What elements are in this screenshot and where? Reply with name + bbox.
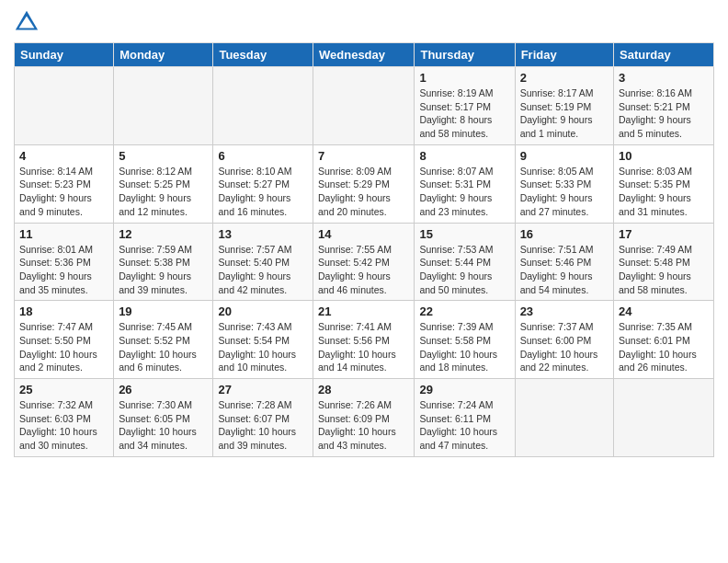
day-info: Sunrise: 8:17 AM Sunset: 5:19 PM Dayligh…: [520, 86, 609, 141]
day-number: 2: [520, 71, 609, 85]
column-header-monday: Monday: [114, 43, 213, 67]
day-number: 22: [419, 304, 509, 318]
day-number: 15: [419, 227, 509, 241]
day-number: 3: [619, 71, 709, 85]
day-cell: 13Sunrise: 7:57 AM Sunset: 5:40 PM Dayli…: [213, 223, 313, 301]
day-info: Sunrise: 7:24 AM Sunset: 6:11 PM Dayligh…: [419, 398, 509, 453]
day-number: 21: [318, 304, 409, 318]
day-number: 26: [119, 383, 208, 396]
day-info: Sunrise: 8:12 AM Sunset: 5:25 PM Dayligh…: [119, 165, 208, 219]
day-number: 6: [218, 149, 308, 163]
day-info: Sunrise: 7:32 AM Sunset: 6:03 PM Dayligh…: [19, 398, 108, 453]
day-cell: 4Sunrise: 8:14 AM Sunset: 5:23 PM Daylig…: [15, 144, 114, 223]
day-cell: 7Sunrise: 8:09 AM Sunset: 5:29 PM Daylig…: [313, 144, 415, 223]
day-cell: 22Sunrise: 7:39 AM Sunset: 5:58 PM Dayli…: [415, 301, 515, 379]
day-cell: [213, 67, 313, 145]
calendar-table: SundayMondayTuesdayWednesdayThursdayFrid…: [14, 42, 714, 457]
week-row-3: 11Sunrise: 8:01 AM Sunset: 5:36 PM Dayli…: [15, 223, 714, 301]
day-info: Sunrise: 7:55 AM Sunset: 5:42 PM Dayligh…: [318, 243, 409, 297]
day-number: 11: [19, 227, 108, 241]
logo-icon: [14, 9, 40, 35]
day-cell: 17Sunrise: 7:49 AM Sunset: 5:48 PM Dayli…: [614, 223, 714, 301]
week-row-4: 18Sunrise: 7:47 AM Sunset: 5:50 PM Dayli…: [15, 301, 714, 379]
day-info: Sunrise: 7:47 AM Sunset: 5:50 PM Dayligh…: [19, 320, 108, 374]
day-cell: 6Sunrise: 8:10 AM Sunset: 5:27 PM Daylig…: [213, 144, 313, 223]
day-info: Sunrise: 7:59 AM Sunset: 5:38 PM Dayligh…: [119, 243, 208, 297]
day-cell: 29Sunrise: 7:24 AM Sunset: 6:11 PM Dayli…: [415, 379, 515, 457]
column-header-friday: Friday: [515, 43, 613, 67]
day-cell: [114, 67, 213, 145]
day-info: Sunrise: 7:43 AM Sunset: 5:54 PM Dayligh…: [218, 320, 308, 374]
page-header: [14, 9, 714, 35]
day-cell: 5Sunrise: 8:12 AM Sunset: 5:25 PM Daylig…: [114, 144, 213, 223]
logo: [14, 9, 43, 35]
day-info: Sunrise: 8:19 AM Sunset: 5:17 PM Dayligh…: [419, 86, 509, 141]
day-number: 8: [419, 149, 509, 163]
week-row-1: 1Sunrise: 8:19 AM Sunset: 5:17 PM Daylig…: [15, 67, 714, 145]
day-info: Sunrise: 8:14 AM Sunset: 5:23 PM Dayligh…: [19, 165, 108, 219]
day-info: Sunrise: 8:16 AM Sunset: 5:21 PM Dayligh…: [619, 86, 709, 141]
day-number: 25: [19, 383, 108, 396]
day-info: Sunrise: 7:45 AM Sunset: 5:52 PM Dayligh…: [119, 320, 208, 374]
column-header-sunday: Sunday: [15, 43, 114, 67]
day-info: Sunrise: 7:49 AM Sunset: 5:48 PM Dayligh…: [619, 243, 709, 297]
day-cell: 19Sunrise: 7:45 AM Sunset: 5:52 PM Dayli…: [114, 301, 213, 379]
day-number: 29: [419, 383, 509, 396]
day-number: 9: [520, 149, 609, 163]
column-header-thursday: Thursday: [415, 43, 515, 67]
day-info: Sunrise: 7:51 AM Sunset: 5:46 PM Dayligh…: [520, 243, 609, 297]
day-number: 4: [19, 149, 108, 163]
day-cell: [515, 379, 613, 457]
day-cell: 11Sunrise: 8:01 AM Sunset: 5:36 PM Dayli…: [15, 223, 114, 301]
day-number: 14: [318, 227, 409, 241]
column-header-saturday: Saturday: [614, 43, 714, 67]
day-number: 7: [318, 149, 409, 163]
day-number: 10: [619, 149, 709, 163]
day-cell: 28Sunrise: 7:26 AM Sunset: 6:09 PM Dayli…: [313, 379, 415, 457]
day-number: 19: [119, 304, 208, 318]
day-cell: 2Sunrise: 8:17 AM Sunset: 5:19 PM Daylig…: [515, 67, 613, 145]
day-cell: 24Sunrise: 7:35 AM Sunset: 6:01 PM Dayli…: [614, 301, 714, 379]
day-number: 16: [520, 227, 609, 241]
day-cell: 26Sunrise: 7:30 AM Sunset: 6:05 PM Dayli…: [114, 379, 213, 457]
day-info: Sunrise: 8:01 AM Sunset: 5:36 PM Dayligh…: [19, 243, 108, 297]
day-info: Sunrise: 8:09 AM Sunset: 5:29 PM Dayligh…: [318, 165, 409, 219]
day-info: Sunrise: 7:57 AM Sunset: 5:40 PM Dayligh…: [218, 243, 308, 297]
day-info: Sunrise: 8:07 AM Sunset: 5:31 PM Dayligh…: [419, 165, 509, 219]
day-info: Sunrise: 7:41 AM Sunset: 5:56 PM Dayligh…: [318, 320, 409, 374]
column-header-wednesday: Wednesday: [313, 43, 415, 67]
day-info: Sunrise: 7:37 AM Sunset: 6:00 PM Dayligh…: [520, 320, 609, 374]
day-cell: [15, 67, 114, 145]
day-number: 13: [218, 227, 308, 241]
week-row-2: 4Sunrise: 8:14 AM Sunset: 5:23 PM Daylig…: [15, 144, 714, 223]
day-info: Sunrise: 8:10 AM Sunset: 5:27 PM Dayligh…: [218, 165, 308, 219]
day-number: 12: [119, 227, 208, 241]
calendar-header: SundayMondayTuesdayWednesdayThursdayFrid…: [15, 43, 714, 67]
day-info: Sunrise: 7:35 AM Sunset: 6:01 PM Dayligh…: [619, 320, 709, 374]
day-cell: [313, 67, 415, 145]
day-number: 24: [619, 304, 709, 318]
day-cell: 1Sunrise: 8:19 AM Sunset: 5:17 PM Daylig…: [415, 67, 515, 145]
day-info: Sunrise: 7:28 AM Sunset: 6:07 PM Dayligh…: [218, 398, 308, 453]
day-info: Sunrise: 7:26 AM Sunset: 6:09 PM Dayligh…: [318, 398, 409, 453]
day-cell: 16Sunrise: 7:51 AM Sunset: 5:46 PM Dayli…: [515, 223, 613, 301]
day-cell: [614, 379, 714, 457]
day-cell: 10Sunrise: 8:03 AM Sunset: 5:35 PM Dayli…: [614, 144, 714, 223]
day-cell: 14Sunrise: 7:55 AM Sunset: 5:42 PM Dayli…: [313, 223, 415, 301]
day-cell: 18Sunrise: 7:47 AM Sunset: 5:50 PM Dayli…: [15, 301, 114, 379]
day-info: Sunrise: 7:39 AM Sunset: 5:58 PM Dayligh…: [419, 320, 509, 374]
day-number: 17: [619, 227, 709, 241]
day-cell: 25Sunrise: 7:32 AM Sunset: 6:03 PM Dayli…: [15, 379, 114, 457]
day-number: 5: [119, 149, 208, 163]
day-cell: 27Sunrise: 7:28 AM Sunset: 6:07 PM Dayli…: [213, 379, 313, 457]
day-cell: 8Sunrise: 8:07 AM Sunset: 5:31 PM Daylig…: [415, 144, 515, 223]
day-info: Sunrise: 7:53 AM Sunset: 5:44 PM Dayligh…: [419, 243, 509, 297]
header-row: SundayMondayTuesdayWednesdayThursdayFrid…: [15, 43, 714, 67]
day-info: Sunrise: 8:03 AM Sunset: 5:35 PM Dayligh…: [619, 165, 709, 219]
day-number: 27: [218, 383, 308, 396]
day-cell: 12Sunrise: 7:59 AM Sunset: 5:38 PM Dayli…: [114, 223, 213, 301]
day-cell: 23Sunrise: 7:37 AM Sunset: 6:00 PM Dayli…: [515, 301, 613, 379]
day-number: 23: [520, 304, 609, 318]
day-cell: 15Sunrise: 7:53 AM Sunset: 5:44 PM Dayli…: [415, 223, 515, 301]
day-cell: 20Sunrise: 7:43 AM Sunset: 5:54 PM Dayli…: [213, 301, 313, 379]
